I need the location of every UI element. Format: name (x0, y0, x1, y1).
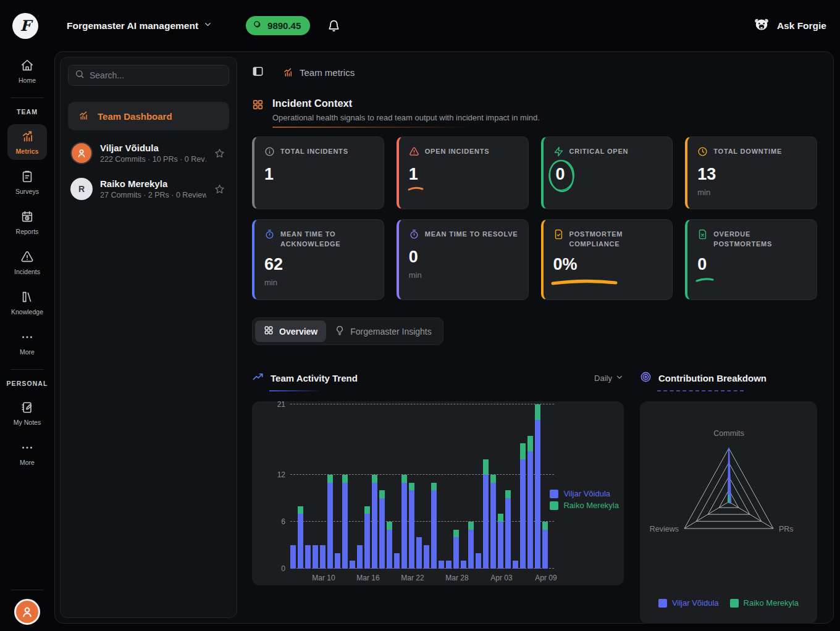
hand-drawn-underline (695, 277, 714, 283)
bar (505, 490, 511, 569)
books-icon (20, 290, 34, 305)
bar (498, 514, 503, 569)
search-input[interactable] (90, 70, 222, 80)
notifications-bell-icon[interactable] (327, 19, 340, 32)
sidebar-item-label: More (20, 459, 35, 466)
target-icon (640, 371, 652, 385)
radar-chart-title: Contribution Breakdown (658, 373, 766, 383)
card-postmortem-compliance: POSTMORTEM COMPLIANCE 0% (541, 219, 673, 300)
tab-overview[interactable]: Overview (255, 320, 326, 342)
sidebar-item-label: Knowledge (11, 308, 43, 316)
divider (11, 590, 43, 590)
ask-forgie-button[interactable]: Ask Forgie (752, 17, 826, 35)
x-axis-tick: Mar 28 (445, 574, 468, 582)
sidebar-item-incidents[interactable]: Incidents (7, 245, 47, 280)
bar (298, 506, 303, 569)
sidebar-item-label: Metrics (16, 148, 39, 155)
clipboard-icon (20, 170, 34, 185)
stopwatch-icon (264, 229, 275, 242)
workspace-switcher[interactable]: Forgemaster AI management (67, 20, 212, 31)
panel-toggle-icon[interactable] (252, 65, 264, 79)
card-value: 0 (556, 165, 565, 184)
bar (379, 490, 385, 569)
home-icon (20, 59, 34, 73)
sidebar-item-my-notes[interactable]: My Notes (7, 396, 47, 431)
tab-label: Overview (279, 327, 317, 336)
credits-badge[interactable]: 9890.45 (246, 16, 310, 35)
bar (350, 561, 355, 569)
pug-face-icon (752, 17, 771, 35)
team-section-label: TEAM (17, 108, 38, 115)
forgemaster-logo[interactable]: F (12, 13, 38, 39)
card-unit: min (264, 278, 374, 287)
period-selector[interactable]: Daily (594, 373, 624, 383)
breadcrumb-chart-icon (282, 67, 293, 78)
bar-chart-legend: Viljar VõidulaRaiko Merekyla (550, 489, 619, 510)
metrics-chart-icon (20, 129, 35, 144)
card-value: 62 (264, 256, 283, 274)
metrics-cards-grid: TOTAL INCIDENTS 1 OPEN INCIDENTS 1 (252, 136, 817, 300)
sidebar-item-metrics[interactable]: Metrics (7, 124, 47, 160)
sidebar-item-label: Home (19, 77, 36, 84)
x-axis-tick: Mar 22 (401, 574, 424, 582)
star-icon[interactable] (214, 183, 225, 195)
tab-forgemaster-insights[interactable]: Forgemaster Insights (326, 320, 440, 342)
sidebar-item-team-more[interactable]: More (7, 325, 47, 361)
view-tabs: Overview Forgemaster Insights (252, 317, 443, 345)
member-name: Raiko Merekyla (100, 178, 206, 189)
search-box[interactable] (68, 65, 229, 86)
bar (476, 553, 481, 569)
sidebar-item-personal-more[interactable]: More (7, 436, 47, 471)
contribution-radar-chart: Commits PRs Reviews Viljar VõidulaRaiko … (640, 401, 817, 624)
user-avatar[interactable] (14, 599, 40, 625)
sidebar-item-reports[interactable]: Reports (7, 205, 47, 240)
team-dashboard-item[interactable]: Team Dashboard (68, 102, 229, 130)
topbar: F Forgemaster AI management 9890.45 Ask … (0, 0, 840, 51)
x-axis-tick: Apr 03 (490, 574, 512, 582)
bar (520, 443, 526, 569)
bar (535, 404, 540, 569)
legend-item: Viljar Võidula (550, 489, 619, 498)
bar (327, 475, 333, 569)
trending-up-icon (252, 371, 264, 385)
member-stats: 27 Commits · 2 PRs · 0 Reviews (100, 191, 206, 199)
card-value: 0% (553, 256, 578, 274)
bar-chart-title: Team Activity Trend (271, 373, 358, 383)
card-value: 1 (264, 165, 274, 184)
file-check-icon (553, 229, 564, 242)
bar (431, 483, 437, 569)
bar (483, 459, 489, 569)
legend-swatch (550, 501, 558, 510)
card-mttr: MEAN TIME TO RESOLVE 0 min (397, 219, 529, 300)
alert-triangle-icon (409, 146, 419, 159)
star-icon[interactable] (214, 148, 225, 159)
legend-swatch (730, 599, 739, 608)
ask-forgie-label: Ask Forgie (777, 20, 826, 31)
member-row-raiko[interactable]: R Raiko Merekyla 27 Commits · 2 PRs · 0 … (68, 171, 229, 207)
chevron-down-icon (615, 373, 624, 383)
member-name: Viljar Võidula (100, 143, 206, 153)
hand-drawn-underline (408, 185, 424, 191)
x-axis-tick: Mar 16 (356, 574, 379, 582)
left-nav-rail: Home TEAM Metrics Surveys Reports Incide… (0, 51, 54, 631)
card-unit: min (409, 270, 518, 280)
legend-item: Raiko Merekyla (730, 598, 799, 608)
bar (387, 522, 392, 569)
legend-label: Raiko Merekyla (563, 501, 619, 510)
sidebar-item-knowledge[interactable]: Knowledge (7, 285, 47, 320)
bar (424, 545, 429, 569)
bar (335, 553, 340, 569)
personal-section-label: PERSONAL (6, 380, 48, 387)
sidebar-item-home[interactable]: Home (7, 54, 47, 89)
sidebar-item-label: Reports (16, 228, 39, 235)
content-header: Team metrics (252, 65, 817, 79)
sidebar-item-surveys[interactable]: Surveys (7, 165, 47, 200)
card-total-incidents: TOTAL INCIDENTS 1 (252, 136, 384, 209)
radar-legend: Viljar VõidulaRaiko Merekyla (640, 598, 817, 608)
team-dashboard-label: Team Dashboard (98, 111, 172, 122)
divider (11, 369, 43, 370)
legend-label: Raiko Merekyla (744, 598, 799, 608)
bar (542, 522, 548, 569)
bar (320, 545, 326, 569)
member-row-viljar[interactable]: Viljar Võidula 222 Commits · 10 PRs · 0 … (68, 135, 229, 171)
